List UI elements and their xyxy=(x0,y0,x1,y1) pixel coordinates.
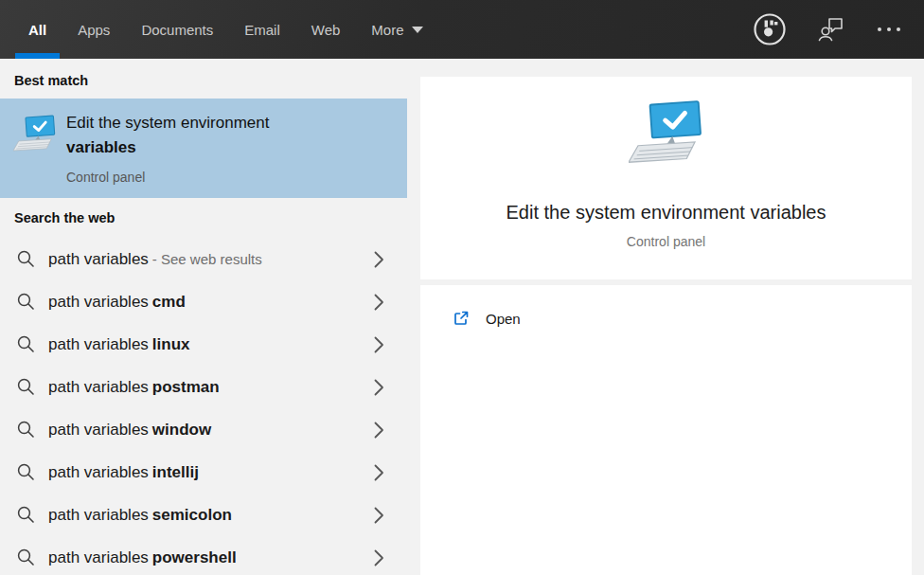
tab-email[interactable]: Email xyxy=(231,0,293,59)
feedback-icon[interactable] xyxy=(818,15,846,44)
chevron-right-icon[interactable] xyxy=(374,507,384,524)
tab-label: Web xyxy=(311,22,341,38)
rewards-icon[interactable] xyxy=(752,11,788,47)
search-icon xyxy=(17,335,35,353)
search-suggestion-row[interactable]: path variablescmd xyxy=(0,280,407,323)
topbar-icons xyxy=(752,0,901,59)
open-action-label: Open xyxy=(486,311,521,327)
chevron-right-icon[interactable] xyxy=(374,251,384,268)
search-the-web-header: Search the web xyxy=(14,210,115,225)
search-suggestion-row[interactable]: path variablespowershell xyxy=(0,536,407,575)
search-icon xyxy=(17,548,35,566)
best-match-header: Best match xyxy=(14,73,88,88)
tab-label: More xyxy=(371,22,403,38)
tab-all[interactable]: All xyxy=(15,0,60,59)
open-action[interactable]: Open xyxy=(420,285,912,328)
search-suggestion-row[interactable]: path variableslinux xyxy=(0,323,407,366)
open-external-icon xyxy=(452,310,470,328)
search-icon xyxy=(17,250,35,268)
search-filter-tabs: AllAppsDocumentsEmailWebMore xyxy=(15,0,436,59)
search-icon xyxy=(17,463,35,481)
suggestion-text: path variablessemicolon xyxy=(48,506,232,525)
suggestion-text: path variablespostman xyxy=(48,378,220,397)
search-icon xyxy=(17,293,35,311)
tab-label: Documents xyxy=(141,22,213,38)
chevron-right-icon[interactable] xyxy=(374,464,384,481)
suggestion-text: path variablescmd xyxy=(48,293,186,312)
preview-title: Edit the system environment variables xyxy=(506,201,826,224)
chevron-right-icon[interactable] xyxy=(374,422,384,439)
best-match-result[interactable]: Edit the system environment variables Co… xyxy=(0,99,407,198)
tab-label: Email xyxy=(244,22,280,38)
tab-more[interactable]: More xyxy=(358,0,435,59)
tab-label: All xyxy=(28,22,46,38)
search-suggestion-row[interactable]: path variablesintellij xyxy=(0,451,407,494)
preview-subtitle: Control panel xyxy=(627,234,705,249)
search-icon xyxy=(17,506,35,524)
suggestion-text: path variablespowershell xyxy=(48,548,237,567)
suggestion-text: path variables- See web results xyxy=(48,250,262,269)
preview-actions-card: Open xyxy=(420,285,912,575)
chevron-down-icon xyxy=(412,27,423,33)
preview-pane: Edit the system environment variables Co… xyxy=(407,59,924,575)
search-icon xyxy=(17,421,35,439)
tab-web[interactable]: Web xyxy=(298,0,354,59)
best-match-text: Edit the system environment variables Co… xyxy=(66,111,269,185)
search-top-bar: AllAppsDocumentsEmailWebMore xyxy=(0,0,924,59)
preview-card: Edit the system environment variables Co… xyxy=(420,77,912,279)
search-suggestion-row[interactable]: path variables- See web results xyxy=(0,238,407,280)
best-match-subtitle: Control panel xyxy=(66,170,269,185)
search-suggestion-row[interactable]: path variablessemicolon xyxy=(0,494,407,536)
suggestion-text: path variablesintellij xyxy=(48,463,199,482)
search-suggestion-row[interactable]: path variableswindow xyxy=(0,408,407,451)
system-properties-icon xyxy=(13,114,57,157)
suggestion-text: path variableslinux xyxy=(48,335,190,354)
tab-apps[interactable]: Apps xyxy=(64,0,123,59)
chevron-right-icon[interactable] xyxy=(374,294,384,311)
web-suggestions-list: path variables- See web results path var… xyxy=(0,238,407,575)
chevron-right-icon[interactable] xyxy=(374,549,384,566)
more-options-icon[interactable] xyxy=(877,27,901,32)
search-results-pane: Best match Edit the system environment v… xyxy=(0,59,407,575)
suggestion-text: path variableswindow xyxy=(48,421,211,440)
search-icon xyxy=(17,378,35,396)
best-match-title: Edit the system environment variables xyxy=(66,111,269,160)
chevron-right-icon[interactable] xyxy=(374,379,384,396)
search-suggestion-row[interactable]: path variablespostman xyxy=(0,366,407,408)
chevron-right-icon[interactable] xyxy=(374,336,384,353)
system-properties-icon xyxy=(629,99,704,170)
tab-label: Apps xyxy=(78,22,110,38)
tab-documents[interactable]: Documents xyxy=(128,0,226,59)
